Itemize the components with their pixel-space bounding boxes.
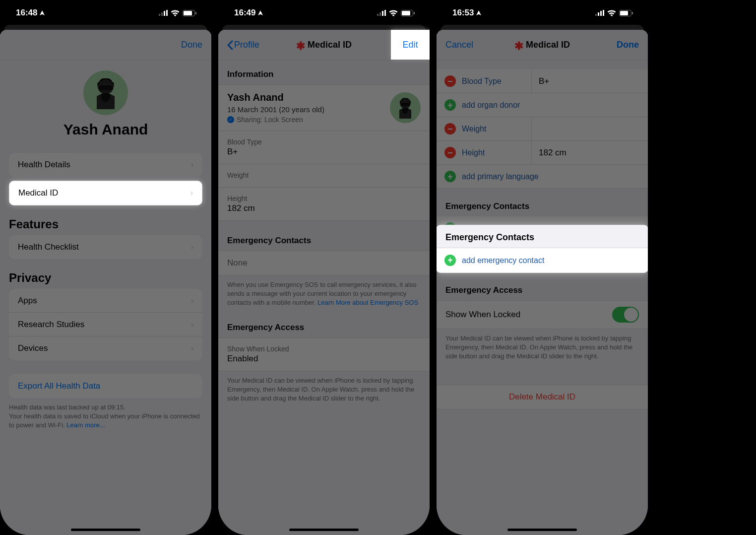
location-icon — [476, 10, 482, 16]
svg-rect-11 — [382, 11, 383, 16]
health-details-row[interactable]: Health Details › — [9, 153, 202, 177]
weight-label: Weight — [227, 171, 421, 179]
svg-rect-23 — [620, 11, 628, 15]
wifi-icon — [389, 10, 398, 16]
privacy-list: Apps › Research Studies › Devices › — [9, 289, 202, 360]
learn-more-link[interactable]: Learn more... — [66, 421, 105, 429]
chevron-icon: › — [190, 189, 193, 198]
back-label: Profile — [234, 40, 259, 50]
height-block: Height 182 cm — [218, 188, 430, 221]
features-header: Features — [0, 205, 211, 235]
weight-value[interactable] — [531, 117, 648, 140]
minus-icon[interactable]: − — [444, 75, 456, 87]
profile-sheet: Done Yash Anand Health Details › Medical… — [0, 30, 211, 535]
done-button[interactable]: Done — [158, 40, 202, 50]
weight-block: Weight — [218, 164, 430, 188]
wifi-icon — [171, 10, 180, 16]
status-icons — [159, 10, 196, 16]
plus-icon[interactable]: + — [444, 171, 456, 182]
done-button[interactable]: Done — [594, 40, 639, 50]
cancel-button[interactable]: Cancel — [445, 40, 490, 50]
emergency-contacts-header: Emergency Contacts — [218, 221, 430, 251]
research-row[interactable]: Research Studies › — [9, 313, 202, 336]
locked-value: Enabled — [227, 354, 421, 364]
export-row[interactable]: Export All Health Data — [9, 374, 202, 398]
chevron-icon: › — [191, 296, 193, 305]
minus-icon[interactable]: − — [444, 147, 456, 158]
wifi-icon — [607, 10, 616, 16]
features-list: Health Checklist › — [9, 235, 202, 259]
chevron-icon: › — [191, 320, 193, 329]
chevron-back-icon — [227, 40, 233, 50]
phone-2: 16:49 Profile ✱ Medical ID Edit Informat… — [218, 0, 430, 535]
plus-icon[interactable]: + — [444, 99, 456, 111]
height-row[interactable]: − Height 182 cm — [437, 141, 648, 165]
home-indicator[interactable] — [289, 529, 359, 531]
health-details-label: Health Details — [18, 160, 70, 170]
blood-type-value[interactable]: B+ — [531, 69, 648, 93]
export-list: Export All Health Data — [9, 374, 202, 398]
nav-bar: Cancel ✱ Medical ID Done — [437, 30, 648, 61]
add-emergency-contact-row[interactable]: + add emergency contact — [437, 248, 648, 272]
plus-icon[interactable]: + — [444, 255, 456, 266]
locked-footer: Your Medical ID can be viewed when iPhon… — [218, 371, 430, 413]
blood-type-label: Blood Type — [462, 71, 531, 92]
sos-learn-more-link[interactable]: Learn More about Emergency SOS — [317, 299, 418, 306]
edit-button[interactable]: Edit — [391, 30, 430, 60]
medical-asterisk-icon: ✱ — [296, 40, 305, 53]
chevron-icon: › — [191, 243, 193, 252]
minus-icon[interactable]: − — [444, 123, 456, 134]
status-time: 16:48 — [16, 8, 45, 18]
devices-row[interactable]: Devices › — [9, 336, 202, 360]
phone-3: 16:53 Cancel ✱ Medical ID Done − Blood T… — [437, 0, 648, 535]
battery-icon — [619, 10, 633, 16]
back-button[interactable]: Profile — [227, 40, 272, 50]
medical-id-row[interactable]: Medical ID › — [9, 181, 202, 205]
show-when-locked-label: Show When Locked — [445, 310, 520, 320]
blood-type-block: Blood Type B+ — [218, 131, 430, 164]
height-value[interactable]: 182 cm — [531, 141, 648, 164]
svg-rect-9 — [377, 14, 378, 16]
svg-rect-19 — [598, 12, 599, 16]
emergency-access-header: Emergency Access — [218, 318, 430, 337]
add-primary-language-row[interactable]: + add primary language — [437, 165, 648, 189]
emergency-contacts-highlight: Emergency Contacts + add emergency conta… — [437, 225, 648, 272]
sharing-text: Sharing: Lock Screen — [237, 116, 303, 124]
weight-row[interactable]: − Weight — [437, 117, 648, 141]
blood-type-row[interactable]: − Blood Type B+ — [437, 69, 648, 93]
status-bar: 16:53 — [437, 0, 648, 26]
info-dob: 16 March 2001 (20 years old) — [227, 105, 324, 114]
medical-asterisk-icon: ✱ — [514, 40, 523, 53]
cellular-icon — [377, 10, 386, 16]
apps-row[interactable]: Apps › — [9, 289, 202, 313]
emergency-contacts-header: Emergency Contacts — [437, 225, 648, 248]
delete-medical-id-button[interactable]: Delete Medical ID — [437, 385, 648, 409]
top-list: Health Details › — [9, 153, 202, 177]
home-indicator[interactable] — [507, 529, 577, 531]
home-indicator[interactable] — [71, 529, 140, 531]
add-emergency-contact-label: add emergency contact — [462, 256, 544, 265]
show-when-locked-row[interactable]: Show When Locked — [437, 300, 648, 329]
chevron-icon: › — [191, 344, 193, 353]
svg-rect-21 — [603, 10, 604, 16]
information-header: Information — [218, 61, 430, 84]
status-bar: 16:48 — [0, 0, 211, 26]
health-checklist-row[interactable]: Health Checklist › — [9, 235, 202, 259]
add-organ-donor-row[interactable]: + add organ donor — [437, 93, 648, 117]
footer-line1: Health data was last backed up at 09:15. — [9, 403, 126, 411]
toggle-switch[interactable] — [612, 307, 639, 323]
status-icons — [595, 10, 633, 16]
height-value: 182 cm — [227, 203, 421, 213]
title-text: Medical ID — [526, 40, 570, 50]
phone-1: 16:48 Done Yash Anand Health Details › — [0, 0, 211, 535]
blood-type-value: B+ — [227, 147, 421, 157]
svg-rect-15 — [414, 12, 415, 14]
battery-icon — [183, 10, 196, 16]
check-icon: ✓ — [227, 116, 234, 123]
add-primary-language-label: add primary language — [462, 166, 544, 187]
devices-label: Devices — [18, 343, 48, 353]
svg-rect-18 — [595, 14, 597, 16]
health-checklist-label: Health Checklist — [18, 242, 79, 252]
status-icons — [377, 10, 415, 16]
sharing-row: ✓ Sharing: Lock Screen — [227, 116, 324, 124]
